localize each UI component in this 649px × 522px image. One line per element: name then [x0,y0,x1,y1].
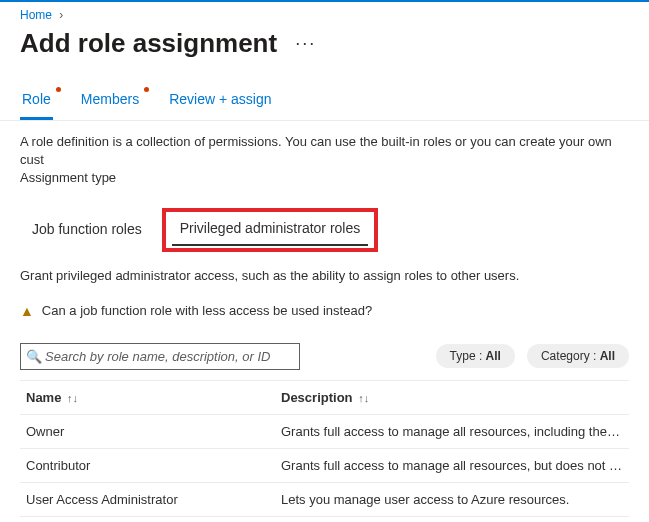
highlight-annotation: Privileged administrator roles [162,208,379,252]
warning-row: ▲ Can a job function role with less acce… [0,293,649,335]
warning-icon: ▲ [20,303,34,319]
tab-members[interactable]: Members [79,83,141,120]
main-tabs: Role Members Review + assign [0,83,649,121]
cell-desc: Grants full access to manage all resourc… [275,415,629,448]
filter-type-value: All [486,349,501,363]
filter-type-pill[interactable]: Type : All [436,344,515,368]
controls-row: 🔍 Type : All Category : All [0,335,649,380]
subtab-privileged-admin-roles[interactable]: Privileged administrator roles [172,214,369,246]
roles-table: Name ↑↓ Description ↑↓ Owner Grants full… [0,380,649,517]
role-desc-line1: A role definition is a collection of per… [20,133,629,169]
search-input[interactable] [20,343,300,370]
cell-name: Contributor [20,449,275,482]
search-wrap: 🔍 [20,343,300,370]
tab-role[interactable]: Role [20,83,53,120]
more-actions-button[interactable]: ··· [295,33,316,54]
search-icon: 🔍 [26,349,42,364]
column-header-name-label: Name [26,390,61,405]
table-row[interactable]: Contributor Grants full access to manage… [20,449,629,483]
warning-text: Can a job function role with less access… [42,303,372,318]
page-title-row: Add role assignment ··· [0,24,649,83]
cell-name: Owner [20,415,275,448]
table-row[interactable]: User Access Administrator Lets you manag… [20,483,629,517]
table-row[interactable]: Owner Grants full access to manage all r… [20,415,629,449]
column-header-description[interactable]: Description ↑↓ [275,381,629,414]
column-header-desc-label: Description [281,390,353,405]
tab-members-label: Members [81,91,139,107]
role-type-tabs: Job function roles Privileged administra… [0,194,649,252]
chevron-right-icon: › [59,8,63,22]
filter-category-pill[interactable]: Category : All [527,344,629,368]
tab-review-label: Review + assign [169,91,271,107]
filter-category-label: Category : [541,349,600,363]
column-header-name[interactable]: Name ↑↓ [20,381,275,414]
subtab-job-function-roles[interactable]: Job function roles [20,213,154,247]
page-title: Add role assignment [20,28,277,59]
table-header-row: Name ↑↓ Description ↑↓ [20,380,629,415]
filter-category-value: All [600,349,615,363]
sort-icon: ↑↓ [358,392,369,404]
role-desc-line2: Assignment type [20,169,629,187]
role-description: A role definition is a collection of per… [0,121,649,194]
tab-review-assign[interactable]: Review + assign [167,83,273,120]
required-dot-icon [144,87,149,92]
cell-desc: Lets you manage user access to Azure res… [275,483,629,516]
sort-icon: ↑↓ [67,392,78,404]
grant-description: Grant privileged administrator access, s… [0,252,649,293]
cell-desc: Grants full access to manage all resourc… [275,449,629,482]
cell-name: User Access Administrator [20,483,275,516]
breadcrumb: Home › [0,2,649,24]
tab-role-label: Role [22,91,51,107]
required-dot-icon [56,87,61,92]
filter-type-label: Type : [450,349,486,363]
breadcrumb-home[interactable]: Home [20,8,52,22]
